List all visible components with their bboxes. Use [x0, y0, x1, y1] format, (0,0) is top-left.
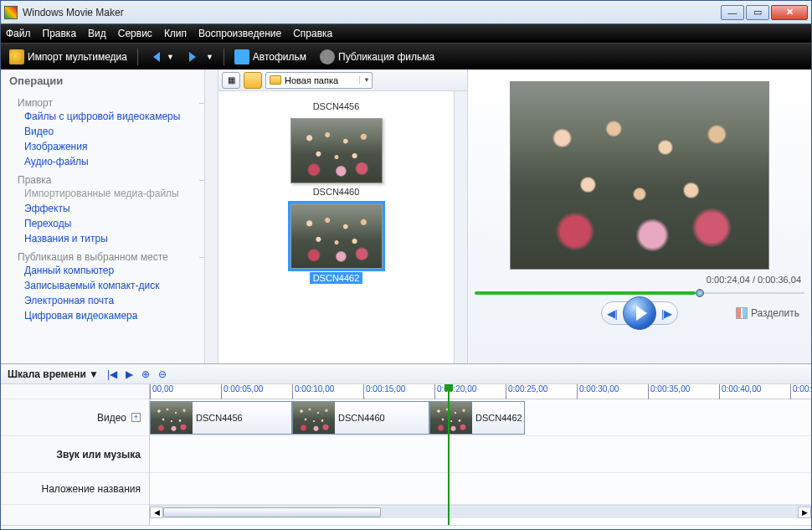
view-details-button[interactable]: ▦ — [222, 72, 240, 89]
tasks-header: Операции — [1, 69, 204, 92]
menu-help[interactable]: Справка — [293, 28, 332, 39]
collection-thumbs[interactable]: DSCN4456DSCN4460DSCN4462 — [218, 91, 454, 363]
step-forward-button[interactable]: |▶ — [661, 307, 672, 320]
zoom-in-button[interactable]: ⊕ — [141, 368, 150, 380]
ruler-tick: 0:00:15,00 — [363, 384, 405, 399]
publish-label: Публикация фильма — [338, 51, 434, 63]
timeline-hscroll[interactable]: ◀ ▶ — [150, 505, 811, 518]
folder-icon — [270, 75, 281, 85]
import-media-button[interactable]: Импорт мультимедиа — [6, 47, 131, 67]
maximize-button[interactable]: ▭ — [746, 5, 769, 20]
timeline-clip[interactable]: DSCN4456 — [150, 401, 292, 435]
publish-button[interactable]: Публикация фильма — [316, 47, 438, 67]
timeline-rewind-button[interactable]: |◀ — [107, 368, 117, 380]
collection-folder-name: Новая папка — [285, 75, 356, 85]
redo-button[interactable]: ▼ — [184, 47, 217, 67]
timeline-clip[interactable]: DSCN4462 — [429, 401, 525, 435]
clip-thumbnail — [293, 401, 335, 435]
menu-clip[interactable]: Клип — [164, 28, 187, 39]
seek-bar[interactable] — [475, 290, 804, 296]
timeline-title[interactable]: Шкала времени ▼ — [8, 368, 99, 380]
split-icon — [736, 307, 748, 319]
expand-video-track-button[interactable]: + — [131, 413, 141, 422]
task-link[interactable]: Электронная почта — [18, 293, 196, 308]
preview-time: 0:00:24,04 / 0:00:36,04 — [475, 275, 804, 285]
ruler-tick: 0:00:45,00 — [790, 384, 811, 399]
task-link[interactable]: Названия и титры — [18, 231, 196, 246]
audio-track[interactable] — [150, 436, 811, 473]
collection-scrollbar[interactable] — [454, 91, 467, 363]
collection-folder-combo[interactable]: Новая папка ▼ — [265, 72, 373, 89]
task-link[interactable]: Эффекты — [18, 201, 196, 216]
menu-file[interactable]: Файл — [6, 28, 31, 39]
task-group-label: Импорт — [18, 97, 196, 109]
split-label: Разделить — [751, 307, 799, 319]
collection-pane: ▦ Новая папка ▼ DSCN4456DSCN4460DSCN4462 — [218, 69, 468, 363]
ruler-tick: 00,00 — [150, 384, 173, 399]
ruler-tick: 0:00:35,00 — [648, 384, 690, 399]
hscroll-left-button[interactable]: ◀ — [150, 507, 163, 518]
automovie-icon — [234, 49, 249, 64]
menu-play[interactable]: Воспроизведение — [198, 28, 281, 39]
transport-controls: ◀| |▶ Разделить — [475, 301, 804, 325]
task-link[interactable]: Записываемый компакт-диск — [18, 278, 196, 293]
timeline-clip[interactable]: DSCN4460 — [292, 401, 429, 435]
menu-tools[interactable]: Сервис — [118, 28, 152, 39]
hscroll-right-button[interactable]: ▶ — [798, 507, 811, 518]
close-button[interactable] — [771, 5, 808, 20]
chevron-down-icon: ▼ — [359, 76, 370, 84]
ruler-tick: 0:00:10,00 — [292, 384, 334, 399]
toolbar: Импорт мультимедиа ▼ ▼ Автофильм Публика… — [1, 43, 811, 69]
seek-thumb[interactable] — [696, 289, 704, 297]
view-thumbnails-button[interactable] — [244, 72, 262, 89]
statusbar: Чтобы добавить название, выберите в меню… — [1, 525, 811, 530]
hscroll-thumb[interactable] — [163, 507, 381, 517]
collection-item[interactable]: DSCN4462 — [282, 203, 391, 284]
minimize-button[interactable]: — — [721, 5, 744, 20]
import-icon — [9, 49, 24, 64]
tasks-body: ИмпортФайлы с цифровой видеокамерыВидеоИ… — [1, 92, 204, 328]
timeline-area: Видео+ Звук или музыка Наложение названи… — [1, 384, 811, 525]
undo-icon — [148, 52, 160, 62]
window-title: Windows Movie Maker — [23, 7, 721, 18]
menu-view[interactable]: Вид — [88, 28, 106, 39]
task-link[interactable]: Файлы с цифровой видеокамеры — [18, 109, 196, 124]
timeline-ruler[interactable]: 00,000:00:05,000:00:10,000:00:15,000:00:… — [150, 384, 811, 399]
title-track[interactable] — [150, 473, 811, 505]
tasks-scrollbar[interactable] — [204, 69, 218, 363]
track-label-title: Наложение названия — [1, 473, 149, 505]
preview-video[interactable] — [510, 81, 769, 270]
video-track[interactable]: DSCN4456DSCN4460DSCN4462 — [150, 399, 811, 436]
main-area: Операции ИмпортФайлы с цифровой видеокам… — [1, 69, 811, 364]
timeline-tracks[interactable]: 00,000:00:05,000:00:10,000:00:15,000:00:… — [150, 384, 811, 525]
timeline-toolbar: Шкала времени ▼ |◀ ▶ ⊕ ⊖ — [1, 364, 811, 384]
play-button[interactable] — [623, 296, 656, 330]
task-group-label: Правка — [18, 174, 196, 186]
clip-thumbnail — [151, 401, 193, 435]
task-link[interactable]: Данный компьютер — [18, 263, 196, 278]
zoom-out-button[interactable]: ⊖ — [158, 368, 167, 380]
menu-edit[interactable]: Правка — [43, 28, 77, 39]
ruler-tick: 0:00:30,00 — [577, 384, 619, 399]
playhead[interactable] — [448, 384, 450, 525]
timeline-play-button[interactable]: ▶ — [126, 368, 133, 380]
automovie-label: Автофильм — [253, 51, 306, 63]
ruler-tick: 0:00:25,00 — [506, 384, 547, 399]
collection-item[interactable]: DSCN4456 — [282, 98, 391, 111]
task-link[interactable]: Переходы — [18, 216, 196, 231]
task-link[interactable]: Цифровая видеокамера — [18, 308, 196, 323]
automovie-button[interactable]: Автофильм — [231, 47, 310, 67]
clip-name: DSCN4460 — [335, 413, 388, 423]
split-button[interactable]: Разделить — [736, 307, 799, 319]
task-link[interactable]: Аудио-файлы — [18, 154, 196, 169]
app-icon — [4, 6, 18, 19]
undo-button[interactable]: ▼ — [145, 47, 177, 67]
thumbnail-name: DSCN4462 — [310, 272, 363, 284]
window-controls: — ▭ — [721, 5, 808, 20]
thumbnail-name: DSCN4460 — [313, 187, 360, 197]
task-link[interactable]: Видео — [18, 124, 196, 139]
step-back-button[interactable]: ◀| — [607, 307, 618, 320]
task-link[interactable]: Изображения — [18, 139, 196, 154]
track-label-audio: Звук или музыка — [1, 436, 149, 473]
collection-item[interactable]: DSCN4460 — [282, 118, 391, 197]
